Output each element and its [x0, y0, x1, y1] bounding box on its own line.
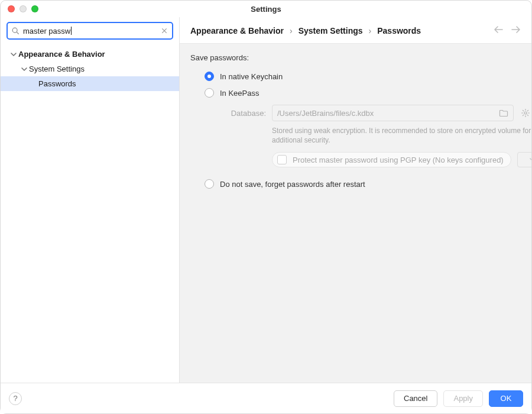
apply-button[interactable]: Apply — [443, 390, 483, 407]
chevron-down-icon — [21, 66, 28, 73]
tree-item-label: System Settings — [29, 64, 85, 73]
database-help-text: Stored using weak encryption. It is reco… — [225, 126, 531, 145]
help-button[interactable]: ? — [9, 392, 22, 405]
pgp-key-dropdown[interactable] — [517, 152, 531, 167]
window-title: Settings — [1, 5, 531, 14]
database-path-value: /Users/JetBrains/files/c.kdbx — [277, 109, 499, 118]
radio-indicator — [205, 72, 214, 81]
radio-indicator — [205, 88, 214, 98]
search-icon — [11, 27, 20, 35]
nav-arrows — [494, 25, 521, 36]
chevron-down-icon — [530, 157, 531, 163]
tree-item-label: Passwords — [38, 79, 76, 88]
ok-button[interactable]: OK — [489, 390, 523, 407]
checkbox-indicator — [277, 155, 287, 164]
back-button[interactable] — [494, 25, 503, 36]
zoom-window-button[interactable] — [31, 5, 38, 12]
breadcrumb: Appearance & Behavior › System Settings … — [190, 26, 421, 35]
database-label: Database: — [225, 109, 266, 118]
main-panel: Appearance & Behavior › System Settings … — [180, 17, 531, 383]
checkbox-label: Protect master password using PGP key (N… — [293, 156, 504, 164]
protect-master-password-checkbox[interactable]: Protect master password using PGP key (N… — [272, 152, 511, 167]
clear-search-button[interactable] — [160, 27, 168, 35]
folder-icon — [499, 109, 508, 117]
browse-button[interactable] — [499, 109, 508, 117]
tree-item-passwords[interactable]: Passwords — [1, 76, 179, 91]
content: Save passwords: In native Keychain In Ke… — [180, 44, 531, 383]
minimize-window-button[interactable] — [20, 5, 27, 12]
titlebar: Settings — [1, 1, 531, 17]
tree-item-appearance-behavior[interactable]: Appearance & Behavior — [1, 47, 179, 62]
tree-item-system-settings[interactable]: System Settings — [1, 62, 179, 76]
radio-indicator — [205, 179, 214, 189]
svg-point-4 — [524, 112, 527, 114]
arrow-right-icon — [511, 25, 521, 34]
gear-icon — [521, 108, 530, 118]
radio-label: In KeePass — [220, 89, 259, 98]
help-icon: ? — [13, 394, 17, 403]
chevron-right-icon: › — [369, 26, 372, 35]
breadcrumb-segment[interactable]: Appearance & Behavior — [190, 26, 284, 35]
svg-line-1 — [17, 32, 18, 34]
protect-row: Protect master password using PGP key (N… — [225, 152, 531, 167]
close-icon — [161, 28, 167, 34]
footer: ? Cancel Apply OK — [1, 383, 531, 413]
database-path-input[interactable]: /Users/JetBrains/files/c.kdbx — [272, 105, 514, 121]
main-header: Appearance & Behavior › System Settings … — [180, 17, 531, 44]
settings-window: Settings master passw — [0, 0, 532, 414]
database-field-row: Database: /Users/JetBrains/files/c.kdbx — [225, 105, 531, 121]
body: master passw Appearance & Behavior — [1, 17, 531, 383]
radio-keepass[interactable]: In KeePass — [190, 85, 531, 101]
window-controls — [1, 5, 38, 12]
search-input[interactable]: master passw — [23, 27, 70, 35]
close-window-button[interactable] — [8, 5, 15, 12]
radio-label: Do not save, forget passwords after rest… — [220, 180, 365, 189]
forward-button[interactable] — [511, 25, 521, 36]
radio-native-keychain[interactable]: In native Keychain — [190, 68, 531, 85]
radio-do-not-save[interactable]: Do not save, forget passwords after rest… — [190, 176, 531, 192]
chevron-right-icon: › — [290, 26, 293, 35]
radio-label: In native Keychain — [220, 72, 283, 81]
arrow-left-icon — [494, 25, 503, 34]
save-passwords-group: In native Keychain In KeePass Database: … — [190, 68, 531, 192]
keepass-options: Database: /Users/JetBrains/files/c.kdbx — [190, 105, 531, 167]
breadcrumb-segment[interactable]: System Settings — [299, 26, 363, 35]
search-box[interactable]: master passw — [7, 22, 173, 40]
chevron-down-icon — [10, 51, 17, 58]
sidebar: master passw Appearance & Behavior — [1, 17, 180, 383]
section-label: Save passwords: — [190, 53, 531, 62]
cancel-button[interactable]: Cancel — [394, 390, 437, 407]
tree-item-label: Appearance & Behavior — [18, 50, 105, 59]
settings-tree: Appearance & Behavior System Settings Pa… — [1, 43, 179, 91]
breadcrumb-segment: Passwords — [377, 26, 421, 35]
text-caret — [71, 27, 72, 35]
database-settings-button[interactable] — [520, 108, 531, 118]
